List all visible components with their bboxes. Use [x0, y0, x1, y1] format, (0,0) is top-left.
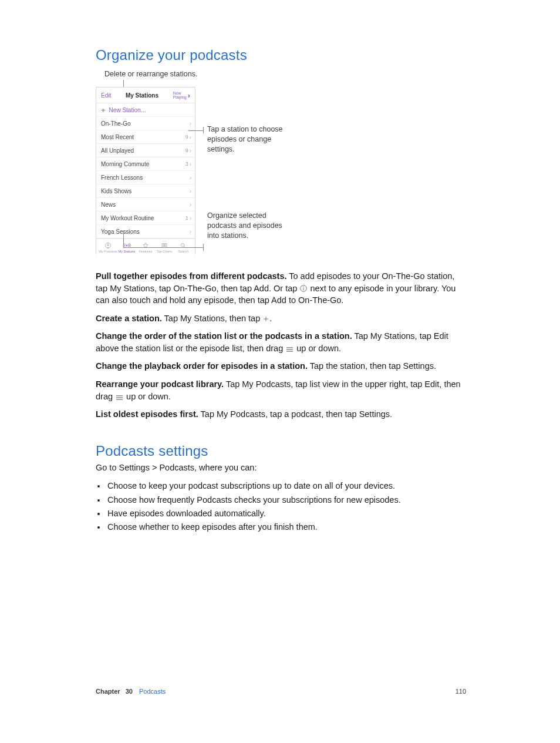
leader-line	[203, 244, 204, 251]
list-item: Have episodes downloaded automatically.	[106, 507, 466, 520]
list-item: Choose to keep your podcast subscription…	[106, 479, 466, 493]
now-playing-label-bot: Playing	[173, 95, 187, 99]
footer-chapter-num: 30	[126, 688, 133, 695]
callout-tap-station: Tap a station to choose episodes or chan…	[207, 125, 289, 154]
phone-screenshot: Edit My Stations NowPlaying › + New Stat…	[96, 87, 195, 254]
station-count: 1	[185, 215, 188, 221]
chevron-right-icon: ›	[190, 161, 191, 167]
now-playing-label-top: Now	[173, 91, 181, 95]
chevron-right-icon: ›	[190, 134, 191, 140]
chevron-right-icon: ›	[190, 120, 191, 127]
para-2c: .	[269, 314, 272, 323]
list-item: Choose whether to keep episodes after yo…	[106, 520, 466, 534]
settings-intro: Go to Settings > Podcasts, where you can…	[96, 462, 466, 474]
para-3c: up or down.	[294, 344, 341, 353]
star-icon	[142, 241, 149, 249]
antenna-icon	[123, 241, 130, 249]
station-row[interactable]: News›	[96, 198, 195, 211]
svg-point-1	[107, 244, 109, 246]
para-5c: up or down.	[124, 392, 171, 401]
station-label: Yoga Sessions	[101, 228, 190, 235]
tab-label: Featured	[139, 250, 152, 253]
station-row[interactable]: Kids Shows›	[96, 184, 195, 198]
leader-line	[123, 247, 204, 248]
station-label: Most Recent	[101, 134, 185, 140]
svg-point-4	[181, 243, 185, 247]
plus-icon: +	[101, 106, 106, 115]
footer-chapter-word: Chapter	[96, 688, 120, 695]
para-2-bold: Create a station.	[96, 314, 162, 323]
chevron-right-icon: ›	[190, 228, 191, 235]
station-row[interactable]: Yoga Sessions›	[96, 225, 195, 238]
para-5-bold: Rearrange your podcast library.	[96, 379, 224, 389]
edit-button[interactable]: Edit	[101, 92, 111, 99]
station-label: My Workout Routine	[101, 215, 185, 221]
station-label: Kids Shows	[101, 188, 190, 194]
chevron-right-icon: ›	[190, 215, 191, 221]
phone-tabbar: My Podcasts My Stations Featured Top Cha…	[96, 238, 195, 254]
station-row[interactable]: Morning Commute3›	[96, 157, 195, 171]
search-icon	[180, 241, 187, 249]
tab-label: Search	[178, 250, 188, 253]
chevron-right-icon: ›	[190, 174, 191, 181]
chevron-right-icon: ›	[188, 91, 190, 100]
chevron-right-icon: ›	[190, 201, 191, 208]
svg-point-2	[126, 245, 127, 246]
para-3-bold: Change the order of the station list or …	[96, 331, 352, 341]
station-row[interactable]: On-The-Go›	[96, 117, 195, 130]
station-label: All Unplayed	[101, 147, 185, 154]
leader-line	[203, 127, 204, 133]
chevron-right-icon: ›	[190, 188, 191, 194]
chevron-right-icon: ›	[190, 147, 191, 154]
page-footer: Chapter 30 Podcasts 110	[96, 688, 466, 695]
plus-icon	[262, 315, 269, 322]
list-item: Choose how frequently Podcasts checks yo…	[106, 493, 466, 507]
body-text: Pull together episodes from different po…	[96, 270, 466, 421]
callout-delete-rearrange: Delete or rearrange stations.	[104, 69, 197, 79]
figure-stations: Delete or rearrange stations. Edit My St…	[96, 66, 348, 260]
para-4-bold: Change the playback order for episodes i…	[96, 361, 308, 371]
tab-label: My Podcasts	[99, 250, 117, 253]
podcasts-icon	[104, 241, 112, 249]
station-count: 9	[185, 134, 188, 140]
new-station-label: New Station…	[109, 107, 147, 113]
station-label: News	[101, 201, 190, 208]
leader-line	[188, 130, 204, 131]
info-icon	[299, 284, 308, 293]
drag-handle-icon	[285, 347, 294, 352]
station-row[interactable]: My Workout Routine1›	[96, 211, 195, 225]
para-4a: Tap the station, then tap Settings.	[308, 361, 436, 371]
charts-icon	[161, 241, 168, 249]
callout-organize-stations: Organize selected podcasts and episodes …	[207, 211, 284, 241]
leader-line	[123, 232, 124, 247]
station-label: Morning Commute	[101, 161, 185, 167]
navbar-title: My Stations	[126, 92, 158, 99]
svg-point-6	[303, 287, 304, 287]
station-row[interactable]: All Unplayed9›	[96, 144, 195, 157]
station-label: French Lessons	[101, 174, 190, 181]
station-row[interactable]: French Lessons›	[96, 171, 195, 184]
para-2a: Tap My Stations, then tap	[162, 314, 262, 323]
tab-label: My Stations	[119, 250, 136, 253]
para-6a: Tap My Podcasts, tap a podcast, then tap…	[198, 409, 392, 419]
now-playing-button[interactable]: NowPlaying ›	[173, 91, 190, 100]
phone-navbar: Edit My Stations NowPlaying ›	[96, 88, 195, 103]
settings-list: Choose to keep your podcast subscription…	[96, 479, 466, 534]
new-station-row[interactable]: + New Station…	[96, 103, 195, 117]
heading-podcasts-settings: Podcasts settings	[96, 443, 466, 459]
tab-my-podcasts[interactable]: My Podcasts	[99, 241, 117, 253]
station-row[interactable]: Most Recent9›	[96, 130, 195, 144]
station-count: 9	[185, 147, 188, 153]
tab-label: Top Charts	[157, 250, 173, 253]
station-label: On-The-Go	[101, 120, 190, 127]
drag-handle-icon	[115, 395, 124, 401]
para-1-bold: Pull together episodes from different po…	[96, 271, 287, 281]
station-count: 3	[185, 161, 188, 167]
para-6-bold: List oldest episodes first.	[96, 409, 198, 419]
footer-page-number: 110	[456, 688, 466, 695]
settings-body: Go to Settings > Podcasts, where you can…	[96, 462, 466, 534]
footer-section: Podcasts	[139, 688, 166, 695]
heading-organize: Organize your podcasts	[96, 47, 466, 63]
